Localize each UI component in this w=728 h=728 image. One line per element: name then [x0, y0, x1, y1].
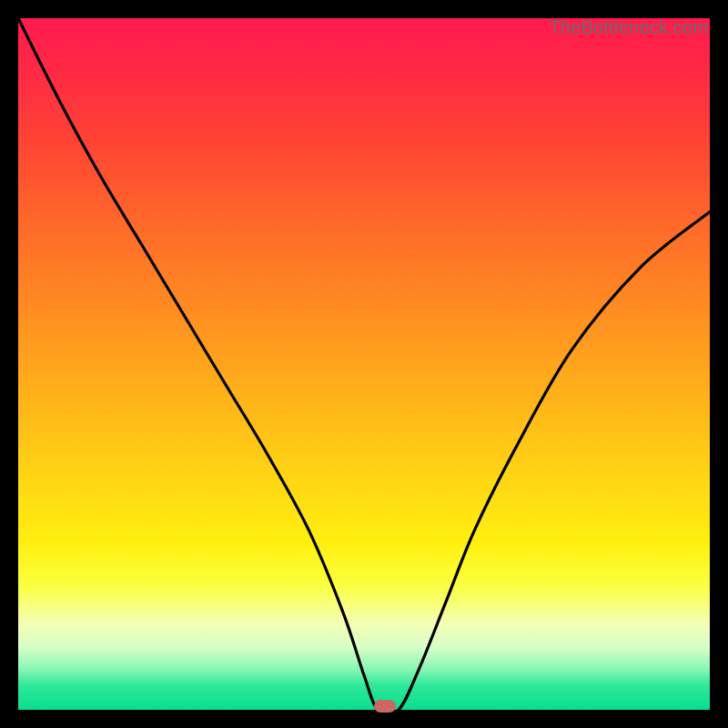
chart-frame: TheBottleneck.com: [0, 0, 728, 728]
optimal-marker: [374, 700, 396, 713]
plot-area: TheBottleneck.com: [18, 18, 710, 710]
curve-path: [18, 18, 710, 714]
bottleneck-curve: [18, 18, 710, 710]
